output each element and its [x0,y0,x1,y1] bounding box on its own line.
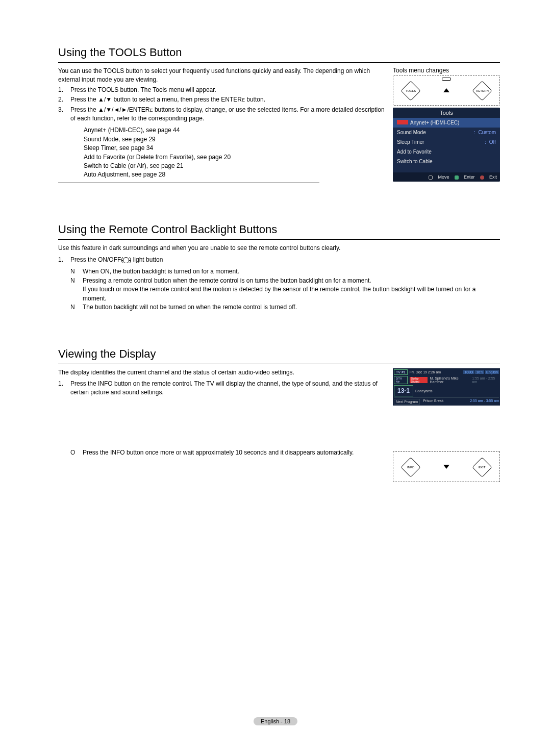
dpad-up-icon [443,88,449,92]
tools-step-1-text: Press the TOOLS button. The Tools menu w… [70,86,216,93]
o-note: OPress the INFO button once more or wait… [70,448,387,457]
backlight-step-1b: ) light button [129,256,163,263]
viewing-figure-column: TV #1 Fri, Dec 19 2:26 am 1080i 16:9 Eng… [393,368,500,482]
tools-step-2a: Press the ▲/▼ button to select a menu, t… [70,96,242,103]
info-osd: TV #1 Fri, Dec 19 2:26 am 1080i 16:9 Eng… [393,368,500,406]
backlight-step-1: 1. Press the ON/OFF() light button NWhen… [58,256,500,312]
osd-row-sound: Sound Mode:Custom [393,128,500,137]
tools-intro: You can use the TOOLS button to select y… [58,67,387,85]
heading-backlight: Using the Remote Control Backlight Butto… [58,223,500,236]
lightbulb-icon [123,257,129,263]
dpad-down-icon [443,465,449,469]
osd-sleep-value: Off [489,139,496,145]
note-3: NThe button backlight will not be turned… [70,303,500,312]
divider-2 [58,239,500,240]
osd-anynet-label: Anynet+ (HDMI-CEC) [410,120,496,125]
ref-switch: Switch to Cable (or Air), see page 21 [84,162,387,170]
osd-sleep-label: Sleep Timer [397,139,482,145]
osd-foot-enter: Enter [464,174,475,180]
viewing-intro: The display identifies the current chann… [58,368,387,377]
backlight-step-1a: Press the ON/OFF( [70,256,123,263]
info-button-icon: INFO [400,458,421,478]
section-tools-button: Using the TOOLS Button You can use the T… [58,46,500,187]
exit-icon [480,175,484,180]
exit-button-icon: EXIT [472,458,492,478]
ref-auto-adj: Auto Adjustment, see page 28 [84,170,387,179]
ref-sound-mode: Sound Mode, see page 29 [84,135,387,144]
info-channel: 13-1 [394,385,413,396]
remote-diagram: TOOLS RETURN [393,75,500,106]
info-badges: 1080i 16:9 English [463,370,499,374]
info-next-show: Prison Break [423,399,443,405]
divider-3 [58,364,500,364]
viewing-text-column: The display identifies the current chann… [58,368,387,482]
note-2-text: Pressing a remote control button when th… [83,277,475,302]
tools-button-icon: TOOLS [400,81,421,101]
enter-icon [455,175,459,180]
backlight-intro: Use this feature in dark surroundings an… [58,244,500,253]
backlight-notes: NWhen ON, the button backlight is turned… [70,267,500,312]
page-footer: English - 18 [254,717,297,725]
return-button-label: RETURN [476,89,489,92]
return-button-icon: RETURN [472,81,492,101]
tools-ref-list: Anynet+ (HDMI-CEC), see page 44 Sound Mo… [84,126,387,179]
osd-title: Tools [393,108,500,118]
o-note-text: Press the INFO button once more or wait … [83,449,354,456]
viewing-step-1: 1.Press the INFO button on the remote co… [58,380,387,397]
note-1: NWhen ON, the button backlight is turned… [70,267,500,276]
osd-foot-exit: Exit [489,174,497,180]
ref-favorite: Add to Favorite (or Delete from Favorite… [84,153,387,162]
info-show: M. Spillane's Mike Hammer [430,376,470,384]
info-next-time: 2:55 am - 3:55 am [470,399,499,405]
heading-viewing: Viewing the Display [58,347,500,361]
exit-button-label: EXIT [479,466,485,469]
remote-ir-icon [442,78,451,81]
osd-fav-label: Add to Favorite [397,149,496,155]
tools-step-3: 3. Press the ▲/▼/◄/►/ENTERE buttons to d… [58,106,387,123]
note-2: NPressing a remote control button when t… [70,276,500,303]
info-datetime: Fri, Dec 19 2:26 am [410,370,441,374]
sub-divider [58,183,319,183]
tools-step-2: 2. Press the ▲/▼ button to select a menu… [58,95,387,104]
info-air: DTV Air [394,376,408,384]
ref-anynet: Anynet+ (HDMI-CEC), see page 44 [84,126,387,135]
info-button-label: INFO [407,466,414,469]
section-viewing-display: Viewing the Display The display identifi… [58,347,500,482]
info-res: 1080i [463,370,474,374]
tools-figure-column: Tools menu changes TOOLS RETURN Tools An… [393,67,500,187]
backlight-steps: 1. Press the ON/OFF() light button NWhen… [58,256,500,312]
info-show-time: 1:55 am - 2:55 am [472,376,499,384]
viewing-o-notes: OPress the INFO button once more or wait… [70,448,387,457]
tools-step-3a: Press the ▲/▼/◄/►/ENTER [70,106,150,113]
tools-button-label: TOOLS [406,89,416,92]
osd-row-sleep: Sleep Timer:Off [393,137,500,147]
tools-step-2b: button. [245,96,265,103]
info-aspect: 16:9 [475,370,484,374]
note-3-text: The button backlight will not be turned … [83,304,297,311]
move-icon [429,175,433,180]
osd-row-anynet: Anynet+ (HDMI-CEC) [393,118,500,128]
remote-diagram-2: INFO EXIT [393,451,500,482]
info-studio: Boneyards [415,389,432,393]
divider [58,62,500,63]
viewing-step-1-text: Press the INFO button on the remote cont… [70,380,378,396]
osd-foot-move: Move [438,174,449,180]
anynet-tag-icon [397,120,408,124]
section-backlight: Using the Remote Control Backlight Butto… [58,223,500,312]
heading-tools: Using the TOOLS Button [58,46,500,59]
tools-text-column: You can use the TOOLS button to select y… [58,67,387,187]
tools-step-1: 1.Press the TOOLS button. The Tools menu… [58,86,387,94]
osd-row-switch: Switch to Cable [393,157,500,172]
tools-osd: Tools Anynet+ (HDMI-CEC) Sound Mode:Cust… [393,108,500,182]
info-next-label: Next Program [394,399,420,405]
note-1-text: When ON, the button backlight is turned … [83,268,239,275]
info-lang: English [485,370,499,374]
osd-sound-label: Sound Mode [397,130,471,135]
osd-footer: Move Enter Exit [393,172,500,182]
tools-caption: Tools menu changes [393,67,500,74]
osd-sound-value: Custom [479,130,496,135]
osd-row-fav: Add to Favorite [393,147,500,157]
info-tv-label: TV #1 [394,369,408,375]
ref-sleep-timer: Sleep Timer, see page 34 [84,144,387,153]
viewing-steps: 1.Press the INFO button on the remote co… [58,380,387,397]
